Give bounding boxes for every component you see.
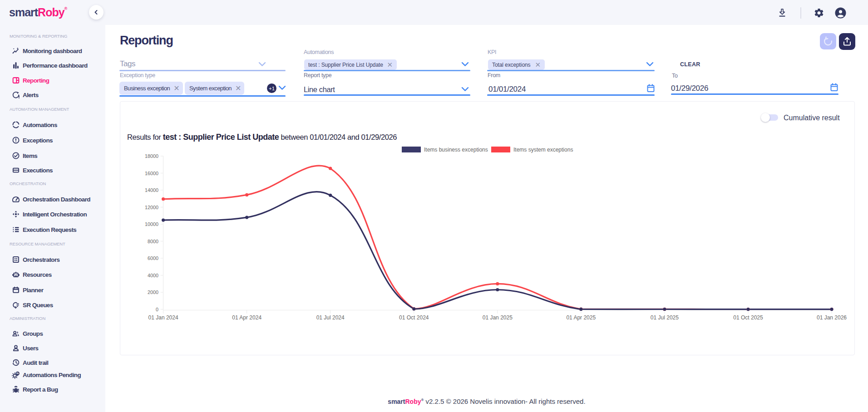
svg-text:16000: 16000 [145, 171, 158, 176]
svg-text:8000: 8000 [148, 239, 158, 244]
svg-text:01 Jan 2025: 01 Jan 2025 [483, 314, 513, 321]
svg-text:0: 0 [156, 307, 158, 312]
svg-text:10000: 10000 [145, 221, 158, 227]
svg-text:01 Jan 2026: 01 Jan 2026 [817, 314, 847, 321]
svg-text:01 Apr 2024: 01 Apr 2024 [232, 314, 261, 321]
svg-text:01 Apr 2025: 01 Apr 2025 [566, 314, 596, 321]
svg-text:12000: 12000 [145, 205, 158, 210]
svg-text:01 Jul 2025: 01 Jul 2025 [651, 314, 679, 321]
svg-text:4000: 4000 [148, 273, 158, 278]
svg-text:18000: 18000 [145, 153, 158, 159]
svg-text:2000: 2000 [148, 289, 158, 295]
svg-text:01 Jul 2024: 01 Jul 2024 [316, 314, 345, 321]
svg-text:14000: 14000 [145, 187, 158, 193]
svg-text:01 Jan 2024: 01 Jan 2024 [148, 314, 178, 321]
svg-text:6000: 6000 [148, 255, 158, 261]
svg-text:01 Oct 2024: 01 Oct 2024 [399, 314, 429, 321]
svg-text:01 Oct 2025: 01 Oct 2025 [733, 314, 763, 321]
